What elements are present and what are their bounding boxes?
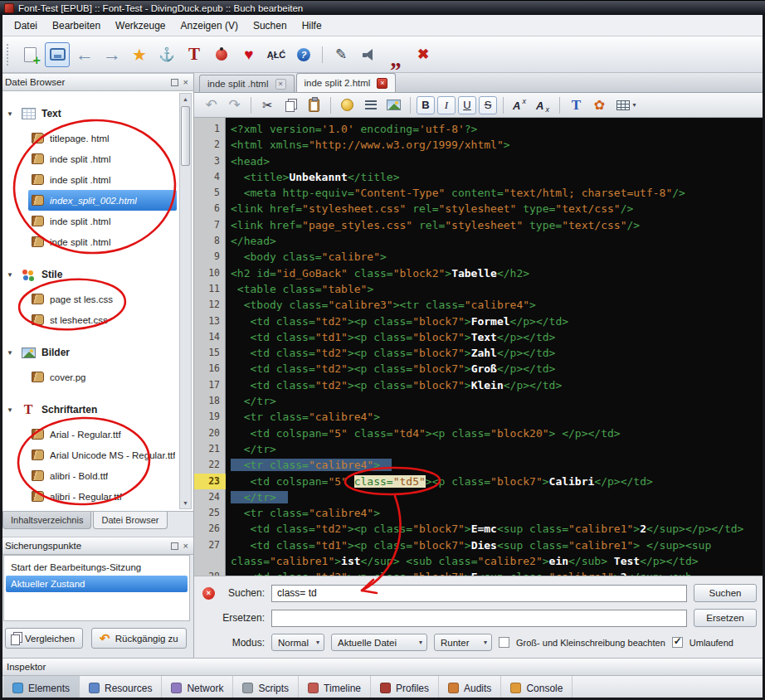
- toolbar-grip[interactable]: [7, 44, 10, 66]
- checkpoint-item-selected[interactable]: Aktueller Zustand: [6, 576, 188, 592]
- file-item[interactable]: alibri - Bold.ttf: [28, 465, 177, 486]
- underline-button[interactable]: U: [458, 96, 476, 114]
- undo-button[interactable]: ↶: [201, 95, 222, 115]
- tab-inhaltsverzeichnis[interactable]: Inhaltsverzeichnis: [2, 512, 91, 529]
- inspector-tab-profiles[interactable]: Profiles: [371, 676, 439, 700]
- italic-button[interactable]: I: [437, 96, 456, 114]
- code-line[interactable]: 17 <td class="td2"><p class="block7">Kle…: [194, 377, 765, 393]
- scope-select[interactable]: Aktuelle Datei ▾: [331, 634, 427, 651]
- code-line[interactable]: 2<html xmlns="http://www.w3.org/1999/xht…: [194, 137, 765, 153]
- tree-section[interactable]: ▼Bilder: [0, 338, 193, 367]
- scrollbar-thumb[interactable]: [181, 106, 190, 166]
- inspector-tab-resources[interactable]: Resources: [80, 676, 162, 700]
- file-item[interactable]: cover.pg: [28, 367, 177, 387]
- close-tab-icon[interactable]: ×: [275, 79, 286, 90]
- file-item[interactable]: titlepage. html: [28, 128, 177, 148]
- case-checkbox[interactable]: [499, 637, 509, 648]
- menu-hilfe[interactable]: Hilfe: [295, 17, 329, 34]
- code-line[interactable]: 16 <td class="td2"><p class="block7">Gro…: [194, 361, 765, 377]
- tab-datei-browser[interactable]: Datei Browser: [93, 512, 167, 529]
- checkpoint-item[interactable]: Start der Bearbeitungs-Sitzung: [6, 559, 188, 576]
- code-line[interactable]: 24 </tr>: [194, 489, 765, 505]
- strikethrough-button[interactable]: S: [479, 96, 497, 114]
- help-button[interactable]: [291, 42, 316, 67]
- title-bar[interactable]: Font-Test [EPUB] :: Font-Test - DivingDu…: [0, 0, 765, 15]
- float-panel-icon[interactable]: [171, 542, 178, 550]
- inspector-tab-timeline[interactable]: Timeline: [299, 676, 371, 700]
- forward-button[interactable]: →: [100, 42, 124, 67]
- inspector-tab-network[interactable]: Network: [162, 676, 233, 700]
- code-line[interactable]: 8</head>: [194, 233, 765, 249]
- mode-select[interactable]: Normal ▾: [271, 634, 324, 651]
- code-line[interactable]: 15 <td class="td2"><p class="block7">Zah…: [194, 345, 765, 361]
- menu-anzeigen[interactable]: Anzeigen (V): [173, 17, 246, 34]
- replace-input[interactable]: [271, 610, 687, 627]
- find-button[interactable]: Suchen: [694, 584, 757, 602]
- code-line[interactable]: 27 <td class="td1"><p class="block7">Die…: [194, 537, 765, 553]
- back-button[interactable]: ←: [72, 42, 97, 67]
- code-line[interactable]: 23 <td colspan="5" class="td5"><p class=…: [194, 474, 765, 489]
- cut-button[interactable]: ✂: [257, 95, 278, 115]
- close-panel-icon[interactable]: ×: [183, 542, 188, 550]
- inspector-tab-console[interactable]: Console: [501, 676, 573, 700]
- quotes-button[interactable]: „: [383, 42, 408, 67]
- menu-datei[interactable]: Datei: [7, 17, 45, 34]
- file-item[interactable]: page st les.css: [28, 289, 177, 309]
- superscript-button[interactable]: [509, 95, 530, 115]
- code-line[interactable]: 28 <td class="td2"><p class="block7">E<s…: [194, 569, 765, 576]
- list-button[interactable]: [360, 95, 381, 115]
- inspector-tab-elements[interactable]: Elements: [3, 676, 80, 700]
- file-item[interactable]: inde split .html: [28, 211, 177, 231]
- code-line[interactable]: 3<head>: [194, 153, 765, 169]
- tree-section[interactable]: ▼Text: [0, 100, 193, 128]
- insert-image-button[interactable]: [383, 95, 404, 115]
- code-line[interactable]: 19 <tr class="calibre4">: [194, 409, 765, 425]
- donate-heart-button[interactable]: ♥: [236, 42, 261, 67]
- save-button[interactable]: [45, 42, 70, 67]
- special-characters-button[interactable]: ĄŁĆ: [264, 42, 289, 67]
- subscript-button[interactable]: [533, 95, 553, 115]
- code-line[interactable]: 6<link href="stylesheet.css" rel="styles…: [194, 201, 765, 216]
- tools-button[interactable]: ✿: [589, 95, 610, 115]
- code-line[interactable]: 26 <td class="td2"><p class="block7">E=m…: [194, 521, 765, 537]
- file-item[interactable]: alibri - Regular.ttf: [28, 486, 177, 507]
- scroll-up-icon[interactable]: ▲: [180, 94, 191, 105]
- code-line[interactable]: 14 <td class="td1"><p class="block7">Tex…: [194, 329, 765, 345]
- code-line[interactable]: 1<?xml version='1.0' encoding='utf-8'?>: [194, 121, 765, 137]
- find-button-icon[interactable]: [337, 95, 358, 115]
- file-item[interactable]: st lesheet.css: [28, 309, 177, 330]
- tree-section[interactable]: ▼TSchriftarten: [0, 396, 193, 424]
- code-line[interactable]: 22 <tr class="calibre4">: [194, 457, 765, 473]
- paste-button[interactable]: [304, 95, 324, 115]
- bookmark-star-button[interactable]: ★: [127, 42, 152, 67]
- code-line[interactable]: class="calibre1">ist</sup> <sub class="c…: [194, 553, 765, 569]
- code-line[interactable]: 4 <title>Unbekannt</title>: [194, 169, 765, 185]
- inspector-tab-scripts[interactable]: Scripts: [233, 676, 299, 700]
- new-file-button[interactable]: [17, 42, 42, 67]
- menu-bearbeiten[interactable]: Bearbeiten: [45, 17, 108, 34]
- copy-button[interactable]: [280, 95, 301, 115]
- heading-button[interactable]: T: [566, 95, 587, 115]
- code-line[interactable]: 12 <tbody class="calibre3"><tr class="ca…: [194, 297, 765, 313]
- insert-title-button[interactable]: T: [182, 42, 207, 67]
- file-item[interactable]: inde split .html: [28, 148, 177, 169]
- code-line[interactable]: 18 </tr>: [194, 393, 765, 409]
- direction-select[interactable]: Runter ▾: [434, 634, 492, 651]
- code-line[interactable]: 7<link href="page_styles.css" rel="style…: [194, 217, 765, 233]
- tree-section[interactable]: ▼Stile: [0, 260, 193, 289]
- insert-table-button[interactable]: ▾: [612, 95, 641, 115]
- code-line[interactable]: 5 <meta http-equiv="Content-Type" conten…: [194, 185, 765, 201]
- menu-suchen[interactable]: Suchen: [246, 17, 295, 34]
- redo-button[interactable]: ↷: [224, 95, 245, 115]
- file-item[interactable]: index_split_002.html: [28, 190, 177, 211]
- file-item[interactable]: Arial - Regular.ttf: [28, 424, 177, 445]
- editor-tab-inactive[interactable]: inde split .html ×: [199, 75, 295, 92]
- code-line[interactable]: 11 <table class="table">: [194, 281, 765, 297]
- bold-button[interactable]: B: [417, 96, 435, 114]
- scroll-down-icon[interactable]: ▼: [180, 498, 191, 508]
- file-item[interactable]: inde split .html: [28, 231, 177, 252]
- delete-button[interactable]: ✖: [411, 42, 436, 67]
- code-editor[interactable]: 1<?xml version='1.0' encoding='utf-8'?>2…: [194, 118, 765, 576]
- find-input[interactable]: [271, 585, 687, 602]
- code-line[interactable]: 13 <td class="td2"><p class="block7">For…: [194, 314, 765, 329]
